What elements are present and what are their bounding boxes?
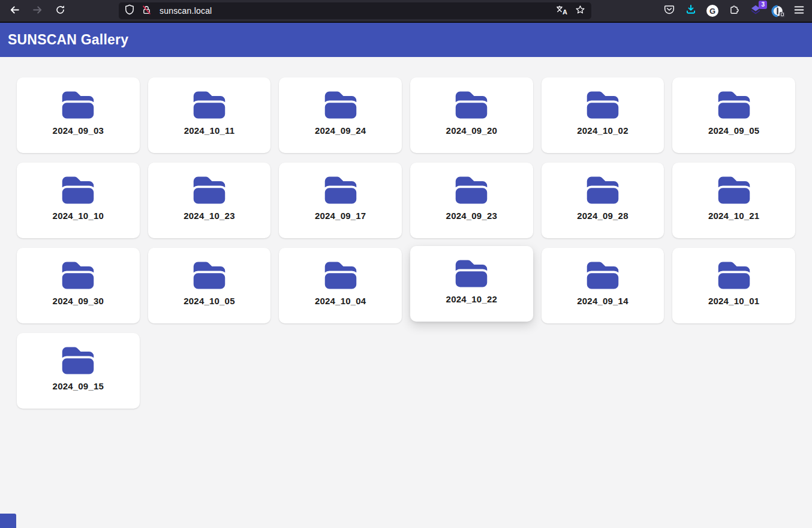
folder-label: 2024_09_15 [53,381,104,391]
folder-card[interactable]: 2024_09_30 [17,248,140,323]
url-text[interactable]: sunscan.local [156,6,552,16]
folder-card[interactable]: 2024_09_23 [410,163,533,238]
folder-icon [584,90,621,120]
folder-card[interactable]: 2024_09_24 [279,77,402,153]
folder-label: 2024_09_05 [708,125,759,136]
folder-card[interactable]: 2024_09_15 [17,333,140,409]
site-security-button[interactable] [139,4,154,18]
folder-icon [59,175,97,205]
pocket-icon [664,4,675,17]
privacy-ring-icon [771,5,784,17]
pocket-button[interactable] [661,2,678,19]
star-icon [575,5,585,17]
tracking-protection-button[interactable] [122,4,137,18]
folder-icon [715,175,753,205]
page-title: SUNSCAN Gallery [8,32,128,48]
translate-icon: A [556,5,568,17]
folder-icon [191,90,228,120]
folder-label: 2024_09_23 [446,211,497,221]
folder-icon [715,90,753,120]
folder-label: 2024_10_22 [446,294,497,304]
extensions-button[interactable] [726,2,742,19]
folder-card[interactable]: 2024_10_01 [672,248,795,323]
folder-card[interactable]: 2024_10_22 [410,246,533,322]
browser-toolbar: sunscan.local A [0,0,812,23]
folder-card[interactable]: 2024_09_05 [672,77,795,153]
g-extension-button[interactable]: G [704,2,721,19]
folder-icon [191,175,228,205]
folder-label: 2024_10_10 [53,211,104,221]
folder-icon [715,260,753,290]
lock-badge-icon [780,12,785,17]
folder-icon [584,260,621,290]
folder-icon [59,260,97,290]
url-bar[interactable]: sunscan.local A [119,2,591,19]
nav-button-group [0,2,68,19]
folder-icon [59,346,97,376]
folder-icon [191,260,228,290]
folder-label: 2024_09_28 [577,211,628,221]
svg-text:A: A [563,8,567,15]
folder-label: 2024_10_04 [315,296,366,306]
downloads-button[interactable] [682,2,699,19]
back-arrow-icon [10,5,20,17]
folder-icon [453,90,490,120]
status-popup [0,514,16,528]
download-icon [685,4,696,17]
app-header: SUNSCAN Gallery [0,23,812,57]
forward-arrow-icon [32,5,43,17]
puzzle-piece-icon [729,4,739,17]
reload-button[interactable] [52,2,68,19]
folder-label: 2024_09_03 [53,125,104,136]
notification-badge: 3 [759,1,767,9]
folder-card[interactable]: 2024_10_04 [279,248,402,323]
layers-extension-button[interactable]: 3 [747,2,764,19]
folder-icon [453,175,490,205]
folder-card[interactable]: 2024_10_05 [148,248,271,323]
privacy-extension-button[interactable] [769,2,786,19]
folder-card[interactable]: 2024_10_21 [672,163,795,238]
forward-button[interactable] [29,2,46,19]
folder-grid: 2024_09_03 2024_10_11 2024_09_24 2024_09… [0,57,812,429]
folder-icon [453,259,490,289]
folder-label: 2024_09_30 [53,296,104,306]
translate-button[interactable]: A [554,4,570,18]
folder-label: 2024_10_21 [708,211,759,221]
folder-label: 2024_09_20 [446,125,497,136]
folder-label: 2024_09_24 [315,125,366,136]
toolbar-extensions-group: G 3 [661,2,812,19]
folder-icon [322,175,359,205]
folder-card[interactable]: 2024_09_28 [542,163,664,238]
folder-icon [322,260,359,290]
folder-card[interactable]: 2024_10_11 [148,77,271,153]
menu-button[interactable] [790,2,807,19]
g-extension-icon: G [706,5,718,17]
folder-label: 2024_09_14 [577,296,628,306]
back-button[interactable] [6,2,23,19]
folder-card[interactable]: 2024_09_20 [410,77,533,153]
bookmark-star-button[interactable] [572,4,588,18]
folder-icon [322,90,359,120]
folder-label: 2024_10_05 [184,296,234,306]
folder-label: 2024_10_11 [184,125,235,136]
folder-card[interactable]: 2024_10_23 [148,163,271,238]
hamburger-icon [794,5,804,17]
folder-label: 2024_10_01 [708,296,759,306]
reload-icon [55,5,65,17]
folder-label: 2024_10_02 [577,125,628,136]
folder-card[interactable]: 2024_09_17 [279,163,402,238]
folder-card[interactable]: 2024_09_14 [542,248,664,323]
folder-card[interactable]: 2024_09_03 [17,77,140,153]
folder-card[interactable]: 2024_10_10 [17,163,140,238]
folder-label: 2024_10_23 [184,211,234,221]
shield-icon [124,4,135,17]
folder-icon [584,175,621,205]
insecure-lock-icon [142,5,152,17]
folder-card[interactable]: 2024_10_02 [542,77,664,153]
folder-icon [59,90,97,120]
folder-label: 2024_09_17 [315,211,366,221]
